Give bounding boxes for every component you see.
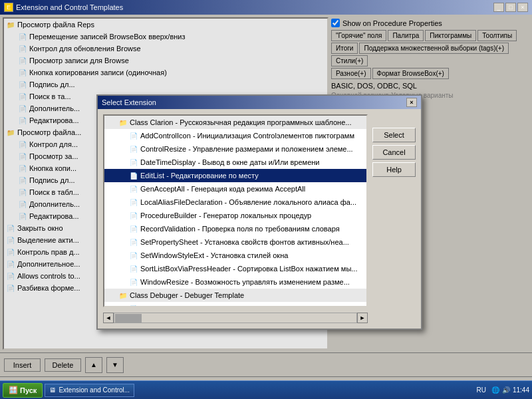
list-item[interactable]: 📄 SortListBoxViaPressHeader - Сортировка… [104, 262, 366, 275]
tree-folder-reps[interactable]: 📁 Просмотр файла Reps [4, 19, 327, 31]
select-extension-modal: Select Extension × 📁 Class Clarion - Рус… [96, 94, 422, 330]
select-button[interactable]: Select [372, 128, 416, 142]
folder-expand-icon: 📁 [5, 127, 16, 138]
modal-title: Select Extension [102, 98, 156, 106]
scroll-thumb[interactable] [115, 314, 142, 323]
tab-row-2: Итоги Поддержка множественной выборки (t… [331, 43, 529, 66]
list-item[interactable]: 📄 Контрол для обновления Browse [4, 43, 327, 55]
window-title: Extension and Control Templates [16, 3, 123, 11]
move-down-button[interactable]: ▼ [106, 357, 124, 373]
file-icon: 📄 [128, 170, 139, 181]
taskbar-item-icon: 🖥 [49, 386, 56, 394]
list-item[interactable]: 📄 LocalAliasFileDeclaration - Объявление… [104, 196, 366, 209]
extension-label: WindowResize - Возможность управлять изм… [140, 278, 350, 286]
scroll-track[interactable] [114, 313, 357, 323]
tab-icons[interactable]: Пиктограммы [425, 30, 476, 41]
group-header-label: Class Clarion - Русскоязычная редакция п… [130, 118, 351, 126]
start-button[interactable]: 🪟 Пуск [3, 383, 43, 398]
file-icon: 📄 [17, 187, 28, 198]
show-on-procedure-checkbox[interactable] [331, 19, 340, 27]
extension-label: ProcedureBuilder - Генератор локальных п… [140, 211, 311, 219]
folder-icon: 📁 [118, 117, 128, 128]
taskbar-active-item[interactable]: 🖥 Extension and Control... [45, 384, 134, 397]
list-item[interactable]: 📄 Подпись дл... [4, 78, 327, 90]
file-icon: 📄 [17, 211, 28, 221]
tree-item-label: Редактирова... [29, 116, 79, 124]
extension-label: LocalAliasFileDeclaration - Объявление л… [140, 198, 356, 206]
insert-button[interactable]: Insert [4, 358, 41, 372]
tree-folder-label: Просмотр файла Reps [17, 21, 94, 29]
extension-list[interactable]: 📁 Class Clarion - Русскоязычная редакция… [103, 114, 368, 307]
scroll-left-button[interactable]: ◄ [103, 313, 114, 323]
tab-format-browse[interactable]: Формат BrowseBox(+) [372, 68, 449, 79]
taskbar: 🪟 Пуск 🖥 Extension and Control... RU 🌐 🔊… [0, 380, 532, 399]
tab-styles[interactable]: Стили(+) [331, 55, 368, 66]
list-item[interactable]: 📄 AddControlIcon - Инициализация Control… [104, 129, 366, 142]
tree-folder-label: Просмотр файла... [17, 128, 81, 136]
list-item[interactable]: 📄 DateTimeDisplay - Вывод в окне даты и/… [104, 156, 366, 169]
lang-indicator: RU [477, 386, 486, 394]
start-label: Пуск [20, 386, 37, 394]
modal-close-button[interactable]: × [406, 98, 417, 107]
maximize-button[interactable]: □ [505, 3, 516, 12]
file-icon: 📄 [17, 67, 28, 78]
list-item[interactable]: 📄 SetWindowStyleExt - Установка стилей о… [104, 249, 366, 262]
list-item[interactable]: 📄 Перемещение записей BrowseBox вверх/вн… [4, 31, 327, 43]
extension-label: DebugerProc - Init Debuger Class [140, 305, 250, 307]
list-item[interactable]: 📄 RecordValidation - Проверка поля по тр… [104, 222, 366, 235]
help-button[interactable]: Help [372, 162, 416, 177]
list-item[interactable]: 📄 DebugerProc - Init Debuger Class [104, 302, 366, 307]
file-icon: 📄 [17, 163, 28, 174]
start-icon: 🪟 [9, 386, 18, 394]
folder-icon: 📁 [118, 290, 128, 301]
tree-item-label: Дополнитель... [29, 200, 80, 208]
list-item-selected[interactable]: 📄 EditList - Редактирование по месту [104, 169, 366, 182]
list-group-header: 📁 Class Clarion - Русскоязычная редакция… [104, 116, 366, 129]
app-icon: E [4, 3, 13, 12]
tab-multiselect[interactable]: Поддержка множественной выборки (tags)(+… [359, 43, 509, 54]
tab-results[interactable]: Итоги [331, 43, 358, 54]
extension-label: SortListBoxViaPressHeader - Сортировка L… [140, 265, 357, 273]
extension-label: SetPropertySheet - Установка свойств фон… [140, 238, 349, 246]
list-item[interactable]: 📄 Просмотр записи для Browse [4, 55, 327, 66]
horizontal-scrollbar[interactable]: ◄ ► [103, 313, 368, 323]
delete-button[interactable]: Delete [45, 358, 81, 372]
list-item[interactable]: 📄 Кнопка копирования записи (одиночная) [4, 66, 327, 78]
show-on-procedure-label: Show on Procedure Properties [342, 19, 442, 27]
tab-palette[interactable]: Палитра [388, 30, 424, 41]
list-item[interactable]: 📄 ControlResize - Управление размерами и… [104, 142, 366, 156]
file-icon: 📄 [17, 199, 28, 209]
tree-item-label: Выделение акти... [17, 236, 79, 244]
extension-label: DateTimeDisplay - Вывод в окне даты и/Ил… [140, 158, 320, 166]
file-icon: 📄 [17, 175, 28, 186]
cancel-button[interactable]: Cancel [372, 145, 416, 160]
speaker-icon: 🔊 [502, 386, 510, 394]
file-icon: 📄 [128, 277, 139, 287]
clock: 11:44 [513, 386, 529, 394]
move-up-button[interactable]: ▲ [85, 357, 102, 373]
tab-row-3: Разное(+) Формат BrowseBox(+) [331, 68, 529, 79]
system-tray: RU 🌐 🔊 11:44 [477, 386, 529, 394]
tree-item-label: Контрол для обновления Browse [29, 45, 141, 53]
list-item[interactable]: 📄 WindowResize - Возможность управлять и… [104, 275, 366, 289]
list-item[interactable]: 📄 GenAcceptAll - Генерация кода режима A… [104, 182, 366, 196]
close-button[interactable]: × [517, 3, 528, 12]
modal-title-bar: Select Extension × [98, 96, 421, 109]
tab-hot-fields[interactable]: "Горячие" поля [331, 30, 386, 41]
file-icon: 📄 [5, 271, 16, 281]
tree-item-label: Контроль прав д... [17, 248, 80, 256]
file-icon: 📄 [128, 263, 139, 274]
file-icon: 📄 [17, 151, 28, 162]
extension-label: RecordValidation - Проверка поля по треб… [140, 225, 340, 233]
tree-item-label: Редактирова... [29, 212, 79, 220]
tree-item-label: Дополнитель... [29, 104, 80, 112]
list-item[interactable]: 📄 SetPropertySheet - Установка свойств ф… [104, 235, 366, 249]
file-icon: 📄 [128, 250, 139, 261]
tree-item-label: Разбивка форме... [17, 284, 80, 292]
tab-misc[interactable]: Разное(+) [331, 68, 371, 79]
modal-content: 📁 Class Clarion - Русскоязычная редакция… [98, 109, 421, 329]
minimize-button[interactable]: _ [493, 3, 504, 12]
list-item[interactable]: 📄 ProcedureBuilder - Генератор локальных… [104, 209, 366, 222]
tab-tooltips[interactable]: Тоолтипы [477, 30, 517, 41]
scroll-right-button[interactable]: ► [357, 313, 368, 323]
